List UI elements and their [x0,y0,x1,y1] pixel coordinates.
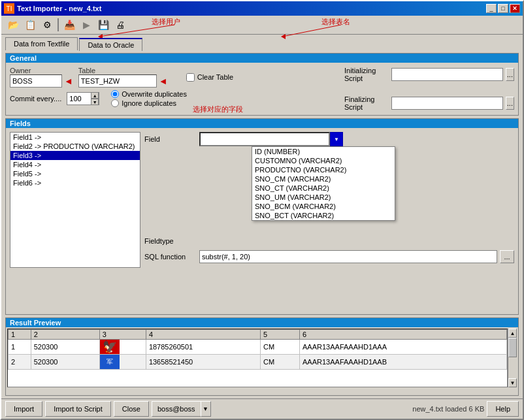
init-script-dots-button[interactable]: ... [506,68,514,81]
annotation-select-table: 选择表名 [321,17,350,27]
status-text: new_4.txt loaded 6 KB [214,405,485,413]
result-header: Result Preview [6,318,518,327]
sql-function-dots-button[interactable]: ... [500,250,514,263]
list-item[interactable]: Field1 -> [10,133,140,142]
general-header: General [6,54,518,63]
overwrite-radio[interactable] [111,90,119,98]
list-item[interactable]: Field5 -> [10,169,140,178]
list-item[interactable]: Field6 -> [10,178,140,187]
final-script-dots-button[interactable]: ... [506,97,514,110]
scroll-up-button[interactable]: ▲ [508,329,517,338]
config-button[interactable]: ⚙ [39,18,55,32]
scroll-down-button[interactable]: ▼ [508,378,517,387]
field-row: Field ▼ ID (NUMBER) CUSTOMNO (VARCHAR2) … [144,132,514,146]
sql-function-label: SQL function [144,253,197,261]
close-button[interactable]: ✕ [510,4,520,13]
table-input[interactable] [78,74,157,88]
scripts-area: Initializing Script ... Finalizing Scrip… [344,67,514,111]
result-scrollbar[interactable]: ▲ ▼ [508,329,517,387]
dropdown-option[interactable]: SNO_BCT (VARCHAR2) [252,211,395,220]
clear-table-label: Clear Table [197,73,233,81]
field-config: Field ▼ ID (NUMBER) CUSTOMNO (VARCHAR2) … [144,132,514,268]
init-script-input[interactable] [391,68,503,81]
window-title: Text Importer - new_4.txt [17,5,486,12]
dropdown-option[interactable]: SNO_CM (VARCHAR2) [252,174,395,184]
dropdown-option[interactable]: SNO_BCM (VARCHAR2) [252,202,395,211]
field-dropdown-container: ▼ ID (NUMBER) CUSTOMNO (VARCHAR2) PRODUC… [199,132,343,146]
open-button[interactable]: 📂 [5,18,21,32]
col-header: 3 [99,330,146,340]
clear-table-row: Clear Table [186,73,233,82]
spinner-down[interactable]: ▼ [91,99,99,105]
clear-table-checkbox[interactable] [186,73,195,82]
user-dropdown-wrap: boss@boss ▼ [152,401,211,417]
final-script-label: Finalizing Script [344,95,389,111]
col-header: 6 [300,330,507,340]
dropdown-option[interactable]: SNO_UM (VARCHAR2) [252,193,395,202]
spinner-up[interactable]: ▲ [91,92,99,99]
ignore-label: Ignore duplicates [122,99,176,107]
tab-data-to-oracle[interactable]: Data to Oracle [79,38,142,51]
owner-label: Owner [10,67,73,74]
table-row: 1 520300 🦅 18785260501 CM AAAR13AAFAAAHD… [8,340,507,355]
close-button-bottom[interactable]: Close [114,401,149,417]
commit-spinner[interactable]: 100 ▲ ▼ [67,92,99,105]
help-button[interactable]: Help [487,401,519,417]
import-to-script-button[interactable]: Import to Script [45,401,111,417]
title-bar: TI Text Importer - new_4.txt _ □ ✕ [1,1,523,16]
import-button[interactable]: Import [5,401,42,417]
fieldtype-row: Fieldtype [144,237,514,245]
copy-button[interactable]: 📋 [22,18,38,32]
dropdown-option[interactable]: CUSTOMNO (VARCHAR2) [252,156,395,165]
col-header: 5 [261,330,300,340]
field-dropdown-list: ID (NUMBER) CUSTOMNO (VARCHAR2) PRODUCTN… [252,146,395,221]
col-header: 2 [31,330,99,340]
fields-body: Field1 -> Field2 -> PRODUCTNO (VARCHAR2)… [6,128,518,272]
dropdown-option[interactable]: PRODUCTNO (VARCHAR2) [252,165,395,174]
sql-function-row: SQL function ... [144,250,514,263]
table-label: Table [78,67,168,74]
tabs-bar: Data from Textfile Data to Oracle [1,35,523,50]
import-toolbar-button[interactable]: 📥 [61,18,77,32]
fields-section: Fields Field1 -> Field2 -> PRODUCTNO (VA… [5,118,519,315]
list-item[interactable]: Field4 -> [10,160,140,169]
field-dropdown-arrow[interactable]: ▼ [330,132,343,146]
col-header: 4 [146,330,260,340]
toolbar: 📂 📋 ⚙ 📥 ▶ 💾 🖨 [1,16,523,35]
result-section: Result Preview 1 2 3 4 5 6 [5,317,519,396]
result-table-wrap[interactable]: 1 2 3 4 5 6 1 520300 [7,329,508,387]
dropdown-option[interactable]: SNO_CT (VARCHAR2) [252,184,395,193]
final-script-input[interactable] [391,97,503,110]
dropdown-option[interactable]: ID (NUMBER) [252,147,395,156]
minimize-button[interactable]: _ [486,4,497,13]
owner-input[interactable] [10,74,62,88]
table-arrow-icon: ◄ [159,76,168,86]
result-body: 1 2 3 4 5 6 1 520300 [6,327,518,389]
ignore-radio[interactable] [111,99,119,107]
annotation-select-field: 选择对应的字段 [193,105,243,114]
user-dropdown-main[interactable]: boss@boss [152,401,201,417]
scroll-track [508,338,517,378]
content-area: General Owner ◄ [1,50,523,398]
maximize-button[interactable]: □ [498,4,508,13]
app-icon: TI [4,3,14,14]
sql-function-input[interactable] [199,250,497,263]
scroll-thumb[interactable] [508,338,517,357]
fieldtype-label: Fieldtype [144,237,197,245]
list-item[interactable]: Field2 -> PRODUCTNO (VARCHAR2) [10,142,140,151]
ignore-radio-item: Ignore duplicates [111,99,187,107]
tab-data-from-textfile[interactable]: Data from Textfile [5,37,78,50]
field-dropdown-inner: ID (NUMBER) CUSTOMNO (VARCHAR2) PRODUCTN… [252,147,395,220]
fields-header: Fields [6,119,518,128]
result-table: 1 2 3 4 5 6 1 520300 [8,329,507,370]
field-input[interactable] [199,132,330,146]
save-button[interactable]: 💾 [95,18,111,32]
print-button[interactable]: 🖨 [112,18,128,32]
list-item[interactable]: Field3 -> [10,151,140,160]
overwrite-label: Overwrite duplicates [122,90,187,98]
user-dropdown-arrow[interactable]: ▼ [201,401,211,417]
general-section: General Owner ◄ [5,53,519,116]
table-row: 2 520300 军 13658521450 CM AAAR13AAFAAAHD… [8,355,507,370]
commit-label: Commit every.... [10,95,61,103]
window-controls: _ □ ✕ [486,4,520,13]
